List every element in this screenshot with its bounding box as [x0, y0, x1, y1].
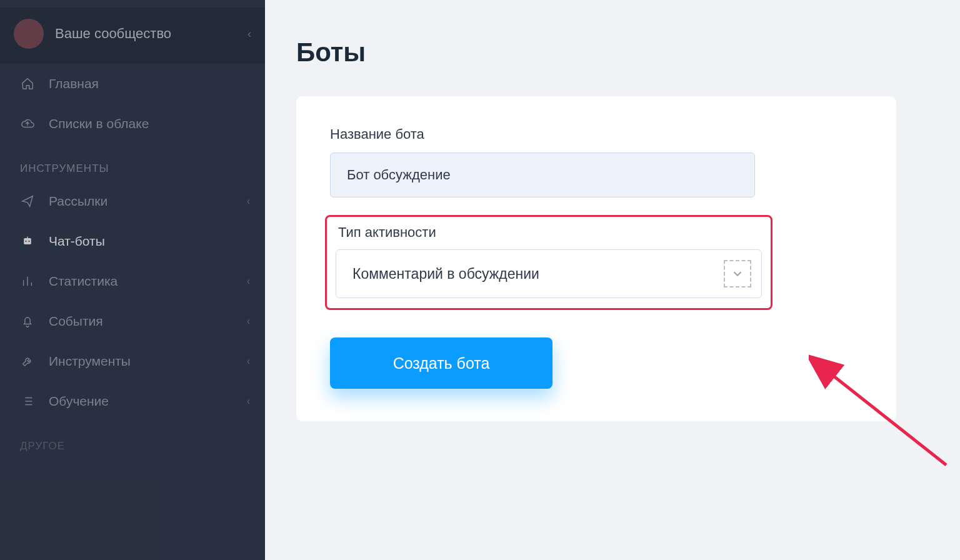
sidebar-item-mailings[interactable]: Рассылки ‹	[0, 181, 265, 221]
bar-chart-icon	[20, 274, 35, 289]
sidebar-item-cloud-lists[interactable]: Списки в облаке	[0, 104, 265, 144]
activity-type-select[interactable]: Комментарий в обсуждении	[336, 249, 762, 298]
svg-point-2	[28, 241, 29, 242]
bot-icon	[20, 234, 35, 249]
chevron-left-icon: ‹	[247, 196, 250, 207]
sidebar-item-home[interactable]: Главная	[0, 64, 265, 104]
main-content: Боты Название бота Бот обсуждение Тип ак…	[265, 0, 960, 560]
create-bot-button-label: Создать бота	[393, 354, 490, 372]
create-bot-button[interactable]: Создать бота	[330, 338, 552, 389]
chevron-left-icon: ‹	[248, 28, 251, 41]
bot-name-input[interactable]: Бот обсуждение	[330, 152, 755, 198]
sidebar: Ваше сообщество ‹ Главная Списки в облак…	[0, 0, 265, 560]
send-icon	[20, 194, 35, 209]
community-avatar	[14, 19, 44, 49]
bell-icon	[20, 314, 35, 329]
community-title: Ваше сообщество	[55, 26, 236, 42]
sidebar-item-training[interactable]: Обучение ‹	[0, 381, 265, 421]
wrench-icon	[20, 354, 35, 369]
sidebar-item-events[interactable]: События ‹	[0, 301, 265, 341]
community-header[interactable]: Ваше сообщество ‹	[0, 8, 265, 64]
create-bot-card: Название бота Бот обсуждение Тип активно…	[296, 96, 896, 421]
svg-rect-0	[24, 238, 31, 244]
sidebar-item-tools[interactable]: Инструменты ‹	[0, 341, 265, 381]
sidebar-item-chatbots[interactable]: Чат-боты	[0, 221, 265, 261]
sidebar-section-other: ДРУГОЕ	[0, 421, 265, 459]
sidebar-item-label: Чат-боты	[49, 234, 250, 249]
sidebar-item-label: Инструменты	[49, 354, 233, 369]
sidebar-item-label: Списки в облаке	[49, 116, 250, 131]
bot-name-value: Бот обсуждение	[347, 167, 451, 183]
chevron-down-icon	[724, 260, 751, 288]
cloud-upload-icon	[20, 116, 35, 131]
svg-point-1	[25, 241, 26, 242]
sidebar-item-label: Главная	[49, 76, 250, 91]
sidebar-item-label: Обучение	[49, 394, 233, 409]
list-icon	[20, 394, 35, 409]
sidebar-item-label: Рассылки	[49, 194, 233, 209]
chevron-left-icon: ‹	[247, 276, 250, 287]
chevron-left-icon: ‹	[247, 316, 250, 327]
activity-type-highlight: Тип активности Комментарий в обсуждении	[325, 215, 772, 310]
sidebar-item-label: События	[49, 314, 233, 329]
sidebar-item-label: Статистика	[49, 274, 233, 289]
activity-type-label: Тип активности	[338, 224, 762, 241]
activity-type-value: Комментарий в обсуждении	[352, 266, 716, 282]
chevron-left-icon: ‹	[247, 356, 250, 367]
bot-name-label: Название бота	[330, 126, 862, 142]
home-icon	[20, 76, 35, 91]
page-title: Боты	[296, 38, 916, 68]
chevron-left-icon: ‹	[247, 396, 250, 407]
sidebar-section-tools: ИНСТРУМЕНТЫ	[0, 144, 265, 181]
sidebar-item-stats[interactable]: Статистика ‹	[0, 261, 265, 301]
